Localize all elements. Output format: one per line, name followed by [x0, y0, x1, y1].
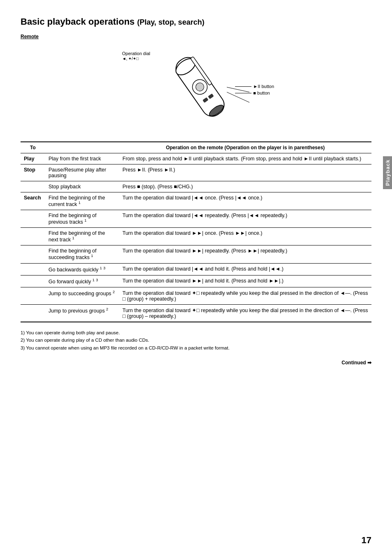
cell-group: [21, 181, 45, 192]
cell-group: Search: [21, 192, 45, 210]
cell-action: Find the beginning of the current track …: [45, 192, 119, 210]
table-row: Jump to succeeding groups 2Turn the oper…: [21, 287, 371, 304]
cell-operation: Turn the operation dial toward |◄◄ once.…: [119, 192, 371, 210]
header-action: [45, 142, 119, 153]
table-row: StopPause/Resume play after pausingPress…: [21, 164, 371, 181]
footnote: 3) You cannot operate when using an MP3 …: [21, 344, 371, 352]
cell-action: Go forward quickly 1 3: [45, 275, 119, 287]
table-header-row: To Operation on the remote (Operation on…: [21, 142, 371, 153]
cell-operation: Press ■ (stop). (Press ■/CHG.): [119, 181, 371, 192]
table-row: SearchFind the beginning of the current …: [21, 192, 371, 210]
play-pause-button-label: ►II button: [253, 84, 274, 89]
operations-table: To Operation on the remote (Operation on…: [21, 141, 371, 322]
diagram-inner: Operation dial ◄, ✦/✦□: [118, 43, 274, 133]
cell-operation: From stop, press and hold ►II until play…: [119, 153, 371, 164]
cell-operation: Turn the operation dial toward ✦□ repeat…: [119, 304, 371, 322]
table-row: Find the beginning of previous tracks 1T…: [21, 210, 371, 228]
table-row: Find the beginning of the next track 1Tu…: [21, 228, 371, 245]
cell-group: [21, 263, 45, 275]
page-title: Basic playback operations (Play, stop, s…: [21, 16, 371, 27]
footnotes: 1) You can operate during both play and …: [21, 329, 371, 352]
footnote: 1) You can operate during both play and …: [21, 329, 371, 336]
cell-action: Find the beginning of the next track 1: [45, 228, 119, 245]
diagram-area: Operation dial ◄, ✦/✦□: [21, 43, 371, 133]
play-pause-label-row: ►II button: [235, 84, 274, 89]
header-to: To: [21, 142, 45, 153]
footnote: 2) You can operate during play of a CD o…: [21, 336, 371, 344]
table-row: PlayPlay from the first trackFrom stop, …: [21, 153, 371, 164]
continued-label: Continued ➡: [21, 360, 371, 366]
cell-action: Find the beginning of previous tracks 1: [45, 210, 119, 228]
cell-group: [21, 275, 45, 287]
title-text: Basic playback operations: [21, 16, 135, 27]
cell-group: [21, 228, 45, 245]
cell-group: Play: [21, 153, 45, 164]
cell-operation: Turn the operation dial toward ✦□ repeat…: [119, 287, 371, 304]
table-row: Go backwards quickly 1 3Turn the operati…: [21, 263, 371, 275]
cell-operation: Turn the operation dial toward |◄◄ repea…: [119, 210, 371, 228]
page-number: 17: [362, 535, 371, 546]
cell-operation: Press ►II. (Press ►II.): [119, 164, 371, 181]
table-row: Find the beginning of succeeding tracks …: [21, 245, 371, 263]
header-operation: Operation on the remote (Operation on th…: [119, 142, 371, 153]
cell-group: [21, 245, 45, 263]
label-line: [235, 86, 251, 87]
cell-group: [21, 304, 45, 322]
cell-operation: Turn the operation dial toward ►►| repea…: [119, 245, 371, 263]
table-row: Jump to previous groups 2Turn the operat…: [21, 304, 371, 322]
cell-group: [21, 287, 45, 304]
table-row: Go forward quickly 1 3Turn the operation…: [21, 275, 371, 287]
cell-group: [21, 210, 45, 228]
table-row: Stop playbackPress ■ (stop). (Press ■/CH…: [21, 181, 371, 192]
remote-label: Remote: [21, 34, 371, 39]
cell-action: Pause/Resume play after pausing: [45, 164, 119, 181]
cell-operation: Turn the operation dial toward ►►| once.…: [119, 228, 371, 245]
cell-operation: Turn the operation dial toward ►►| and h…: [119, 275, 371, 287]
cell-action: Go backwards quickly 1 3: [45, 263, 119, 275]
subtitle-text: (Play, stop, search): [137, 18, 205, 26]
stop-button-label: ■ button: [253, 90, 270, 95]
button-labels: ►II button ■ button: [235, 84, 274, 97]
stop-label-row: ■ button: [235, 90, 274, 95]
label-line-2: [235, 93, 251, 93]
cell-action: Find the beginning of succeeding tracks …: [45, 245, 119, 263]
sidebar-tab: Playback: [383, 156, 392, 189]
cell-action: Stop playback: [45, 181, 119, 192]
cell-action: Jump to succeeding groups 2: [45, 287, 119, 304]
cell-group: Stop: [21, 164, 45, 181]
cell-action: Jump to previous groups 2: [45, 304, 119, 322]
cell-action: Play from the first track: [45, 153, 119, 164]
cell-operation: Turn the operation dial toward |◄◄ and h…: [119, 263, 371, 275]
